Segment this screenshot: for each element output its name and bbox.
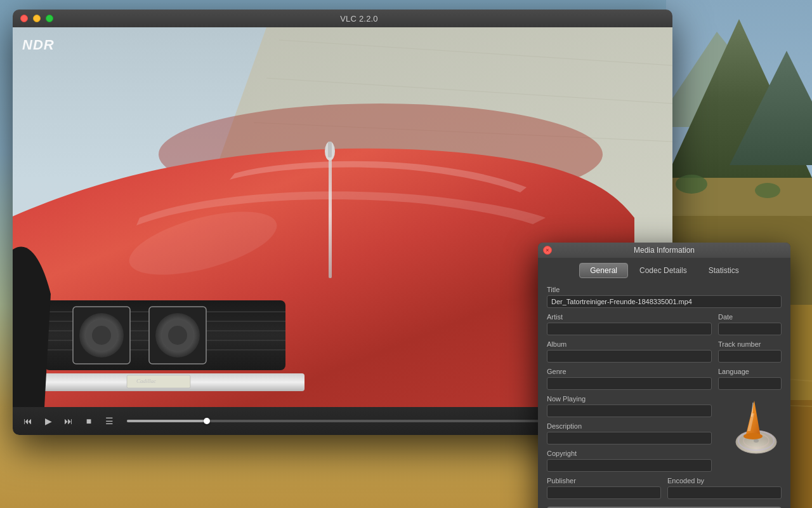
language-label: Language [718,368,782,375]
now-playing-input[interactable] [547,404,712,417]
language-input[interactable] [718,377,782,390]
encoded-by-label: Encoded by [667,477,782,485]
artist-field: Artist [547,313,712,335]
fast-forward-button[interactable]: ⏭ [61,413,76,429]
dialog-body: Title Artist Date Album [538,278,790,508]
progress-fill [127,420,207,422]
now-playing-field: Now Playing [547,395,712,417]
vlc-cone-icon [721,398,778,455]
svg-rect-25 [329,151,332,278]
stop-button[interactable]: ■ [81,413,96,429]
date-input[interactable] [718,323,782,335]
genre-field: Genre [547,368,712,390]
date-label: Date [718,313,782,321]
svg-point-7 [755,183,780,198]
progress-handle[interactable] [204,418,210,424]
language-field: Language [718,368,782,390]
vlc-titlebar: VLC 2.2.0 [13,10,672,27]
genre-input[interactable] [547,377,712,390]
description-field: Description [547,422,712,444]
media-info-dialog: × Media Information General Codec Detail… [538,243,790,508]
artist-label: Artist [547,313,712,321]
track-number-field: Track number [718,340,782,363]
close-icon: × [546,248,549,253]
now-playing-section: Now Playing Description Copyright [547,395,782,477]
genre-label: Genre [547,368,712,375]
close-button[interactable] [20,15,28,22]
svg-rect-27 [328,142,332,157]
tab-codec-details[interactable]: Codec Details [629,263,697,278]
maximize-button[interactable] [46,15,53,22]
svg-point-6 [676,175,707,194]
album-input[interactable] [547,350,712,363]
track-number-input[interactable] [718,350,782,363]
play-button[interactable]: ▶ [41,413,56,429]
vlc-logo-section [718,395,782,477]
title-label: Title [547,286,782,293]
dialog-titlebar: × Media Information [538,243,790,258]
ndr-logo: NDR [22,37,55,53]
save-btn-row: Save Metadata [547,504,782,508]
copyright-field: Copyright [547,450,712,472]
description-label: Description [547,422,712,430]
tab-statistics[interactable]: Statistics [698,263,749,278]
copyright-input[interactable] [547,459,712,472]
dialog-title: Media Information [544,246,784,255]
window-controls [20,15,53,22]
minimize-button[interactable] [33,15,41,22]
date-field: Date [718,313,782,335]
track-number-label: Track number [718,340,782,348]
publisher-encoded-row: Publisher Encoded by [547,477,782,499]
encoded-by-field: Encoded by [667,477,782,499]
dialog-tabs: General Codec Details Statistics [538,258,790,278]
desktop: VLC 2.2.0 [0,0,812,508]
dialog-close-button[interactable]: × [543,246,552,255]
left-fields: Now Playing Description Copyright [547,395,712,477]
publisher-input[interactable] [547,486,661,499]
now-playing-label: Now Playing [547,395,712,403]
svg-point-37 [92,326,111,345]
svg-point-53 [743,433,763,439]
svg-text:Cadillac: Cadillac [136,378,156,384]
album-field: Album [547,340,712,363]
publisher-label: Publisher [547,477,661,485]
title-input[interactable] [547,295,782,308]
album-label: Album [547,340,712,348]
svg-point-41 [168,326,187,345]
album-track-row: Album Track number [547,340,782,363]
playlist-button[interactable]: ☰ [102,413,117,429]
rewind-button[interactable]: ⏮ [20,413,36,429]
title-field-group: Title [547,286,782,308]
description-input[interactable] [547,432,712,444]
encoded-by-input[interactable] [667,486,782,499]
artist-input[interactable] [547,323,712,335]
window-title: VLC 2.2.0 [53,14,665,23]
tab-general[interactable]: General [579,263,628,278]
artist-date-row: Artist Date [547,313,782,335]
publisher-field: Publisher [547,477,661,499]
copyright-label: Copyright [547,450,712,457]
genre-language-row: Genre Language [547,368,782,390]
